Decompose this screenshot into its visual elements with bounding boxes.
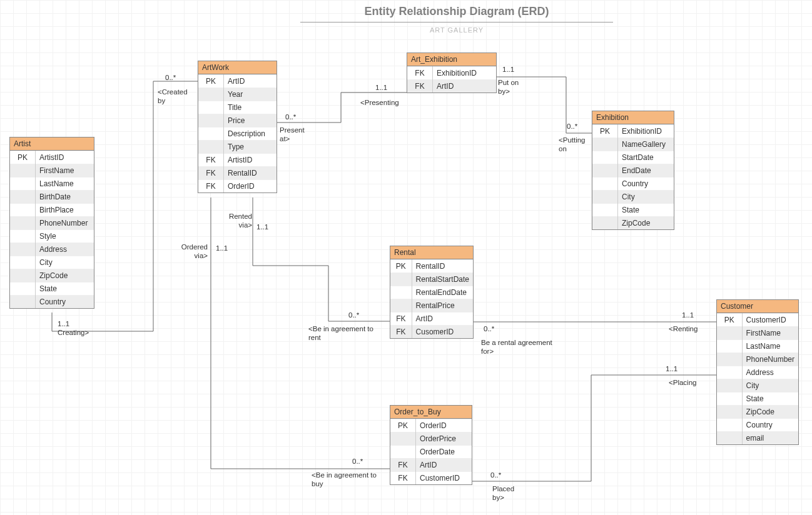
attr-cell: StartDate (618, 151, 674, 164)
key-cell (717, 392, 742, 406)
attr-cell: Type (224, 141, 277, 154)
attr-cell: Address (742, 366, 798, 379)
key-cell: FK (198, 180, 224, 193)
key-cell (390, 446, 416, 459)
entity-art-exhibition: Art_Exhibition FKExhibitionIDFKArtID (407, 52, 497, 93)
key-cell: FK (407, 80, 433, 93)
cardinality: 1..1 (682, 311, 694, 319)
cardinality: 1..1 (666, 364, 678, 373)
attr-cell: BirthDate (36, 191, 94, 204)
attr-cell: Year (224, 88, 277, 101)
attr-cell: ArtID (416, 459, 472, 472)
key-cell (717, 327, 742, 340)
cardinality: 0..* (348, 311, 359, 319)
entity-exhibition: Exhibition PKExhibitionIDNameGalleryStar… (592, 111, 674, 230)
relationship-label: <Created by (158, 88, 192, 106)
key-cell (592, 217, 618, 230)
relationship-label: Present at> (280, 126, 311, 144)
key-cell: FK (390, 472, 416, 485)
entity-customer: Customer PKCustomerIDFirstNameLastNamePh… (716, 299, 799, 445)
key-cell: FK (390, 326, 412, 339)
key-cell: FK (198, 154, 224, 167)
attr-cell: CustomerID (416, 472, 472, 485)
attr-cell: Country (36, 296, 94, 309)
attribute-row: Description (198, 128, 277, 141)
entity-artwork: ArtWork PKArtIDYearTitlePriceDescription… (198, 61, 277, 193)
key-cell: FK (390, 312, 412, 326)
attribute-row: LastName (717, 340, 798, 353)
attr-cell: LastName (742, 340, 798, 353)
cardinality: 0..* (165, 73, 176, 82)
attribute-row: FKExhibitionID (407, 67, 496, 80)
relationship-label: <Putting on (559, 136, 589, 154)
key-cell (717, 379, 742, 392)
attribute-row: email (717, 432, 798, 445)
cardinality: 0..* (567, 122, 577, 131)
key-cell (592, 178, 618, 191)
attr-cell: ZipCode (742, 406, 798, 419)
attr-cell: ArtID (412, 312, 473, 326)
cardinality: 1..1 (502, 65, 514, 74)
attr-cell: Style (36, 230, 94, 243)
key-cell (10, 204, 36, 217)
attr-cell: Country (618, 178, 674, 191)
attr-cell: Country (742, 419, 798, 432)
key-cell (592, 164, 618, 178)
key-cell (390, 432, 416, 446)
key-cell (10, 230, 36, 243)
relationship-label: Creating> (58, 328, 89, 337)
entity-header: Exhibition (592, 111, 674, 124)
attribute-row: City (717, 379, 798, 392)
attribute-row: FKArtID (390, 312, 473, 326)
cardinality: 0..* (285, 112, 296, 121)
attr-cell: ZipCode (618, 217, 674, 230)
attribute-row: FKCusomerID (390, 326, 473, 339)
key-cell (717, 366, 742, 379)
key-cell (717, 406, 742, 419)
attribute-row: PhoneNumber (717, 353, 798, 366)
attribute-row: State (717, 392, 798, 406)
attr-cell: ZipCode (36, 269, 94, 282)
key-cell: PK (390, 419, 416, 432)
diagram-title: Entity Relationship Diagram (ERD) (300, 5, 613, 18)
attribute-row: City (592, 191, 674, 204)
diagram-title-block: Entity Relationship Diagram (ERD) ART GA… (300, 5, 613, 34)
attribute-row: Country (717, 419, 798, 432)
key-cell (390, 286, 412, 299)
attribute-row: FKRentalID (198, 167, 277, 180)
attribute-row: Address (10, 243, 94, 256)
attr-cell: OrderPrice (416, 432, 472, 446)
attribute-row: FKArtistID (198, 154, 277, 167)
key-cell (10, 256, 36, 269)
attr-cell: OrderID (416, 419, 472, 432)
key-cell (717, 340, 742, 353)
attribute-row: State (10, 282, 94, 296)
cardinality: 0..* (490, 471, 501, 479)
attr-cell: FirstName (36, 164, 94, 178)
key-cell (198, 101, 224, 114)
attribute-row: NameGallery (592, 138, 674, 151)
attribute-row: Style (10, 230, 94, 243)
attribute-row: Country (592, 178, 674, 191)
attr-cell: EndDate (618, 164, 674, 178)
cardinality: 1..1 (375, 83, 387, 92)
attr-cell: RentalID (412, 260, 473, 273)
key-cell (592, 191, 618, 204)
attr-cell: State (742, 392, 798, 406)
attr-cell: CustomerID (742, 314, 798, 327)
relationship-label: Put on by> (498, 78, 524, 96)
attribute-row: PKArtID (198, 75, 277, 88)
attribute-row: City (10, 256, 94, 269)
key-cell: PK (198, 75, 224, 88)
attribute-row: LastName (10, 178, 94, 191)
attr-cell: State (36, 282, 94, 296)
attribute-row: ZipCode (717, 406, 798, 419)
attr-cell: CusomerID (412, 326, 473, 339)
attr-cell: ArtID (224, 75, 277, 88)
attribute-row: ZipCode (10, 269, 94, 282)
attr-cell: OrderDate (416, 446, 472, 459)
attribute-row: FirstName (10, 164, 94, 178)
attribute-row: Address (717, 366, 798, 379)
attribute-row: ZipCode (592, 217, 674, 230)
attribute-row: Country (10, 296, 94, 309)
